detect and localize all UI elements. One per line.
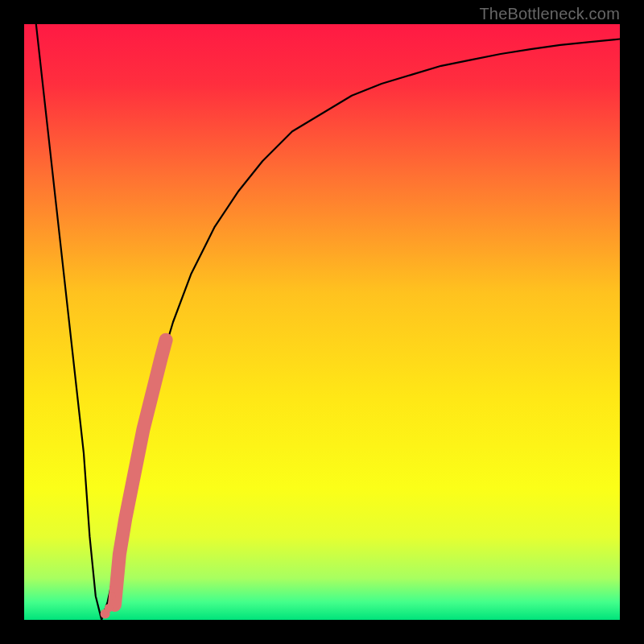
highlight-dot (109, 592, 116, 600)
chart-frame: TheBottleneck.com (0, 0, 644, 644)
highlight-segment (114, 340, 166, 605)
curve-layer (24, 24, 620, 620)
highlight-dot (105, 604, 113, 612)
watermark-text: TheBottleneck.com (479, 5, 620, 23)
plot-area (24, 24, 620, 620)
